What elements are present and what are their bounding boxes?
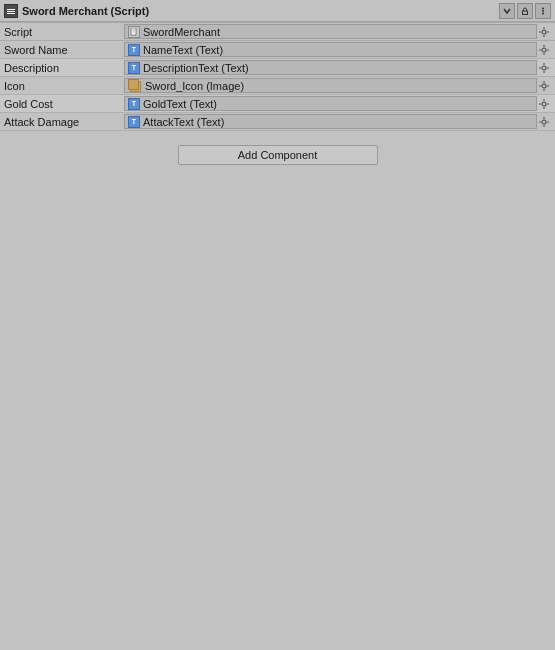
field-value-box-description[interactable]: T DescriptionText (Text)	[124, 60, 537, 75]
field-settings-icon-3[interactable]	[537, 97, 551, 111]
field-settings-icon-4[interactable]	[537, 115, 551, 129]
field-value-attack-damage: AttackText (Text)	[143, 116, 533, 128]
add-component-area: Add Component	[0, 135, 555, 175]
script-value-text: SwordMerchant	[143, 26, 533, 38]
svg-point-35	[542, 120, 546, 124]
svg-point-4	[542, 7, 544, 9]
header-title: Sword Merchant (Script)	[22, 5, 499, 17]
field-row-icon: Icon Sword_Icon (Image)	[0, 77, 555, 95]
menu-button[interactable]	[535, 3, 551, 19]
text-component-icon-1: T	[128, 62, 140, 74]
svg-point-5	[542, 10, 544, 12]
image-component-icon	[128, 79, 142, 93]
add-component-button[interactable]: Add Component	[178, 145, 378, 165]
svg-point-25	[542, 84, 546, 88]
svg-rect-1	[7, 11, 15, 12]
svg-point-15	[542, 48, 546, 52]
field-value-box-icon[interactable]: Sword_Icon (Image)	[124, 78, 537, 93]
field-row-sword-name-right: T NameText (Text)	[124, 42, 551, 57]
script-label: Script	[4, 26, 124, 38]
text-component-icon: T	[128, 44, 140, 56]
field-value-gold-cost: GoldText (Text)	[143, 98, 533, 110]
svg-point-20	[542, 66, 546, 70]
field-value-box-sword-name[interactable]: T NameText (Text)	[124, 42, 537, 57]
svg-rect-0	[7, 9, 15, 10]
field-value-sword-name: NameText (Text)	[143, 44, 533, 56]
field-row-attack-damage-right: T AttackText (Text)	[124, 114, 551, 129]
field-label-sword-name: Sword Name	[4, 44, 124, 56]
field-settings-icon-1[interactable]	[537, 61, 551, 75]
field-row-gold-cost: Gold Cost T GoldText (Text)	[0, 95, 555, 113]
field-label-attack-damage: Attack Damage	[4, 116, 124, 128]
text-component-icon-3: T	[128, 98, 140, 110]
field-row-icon-right: Sword_Icon (Image)	[124, 78, 551, 93]
field-value-box-gold-cost[interactable]: T GoldText (Text)	[124, 96, 537, 111]
field-settings-icon-2[interactable]	[537, 79, 551, 93]
svg-rect-2	[7, 13, 15, 14]
field-row-sword-name: Sword Name T NameText (Text)	[0, 41, 555, 59]
field-row-description: Description T DescriptionText (Text)	[0, 59, 555, 77]
field-value-description: DescriptionText (Text)	[143, 62, 533, 74]
svg-rect-7	[131, 28, 136, 35]
component-header: Sword Merchant (Script)	[0, 0, 555, 22]
svg-point-10	[542, 30, 546, 34]
text-component-icon-4: T	[128, 116, 140, 128]
field-row-gold-cost-right: T GoldText (Text)	[124, 96, 551, 111]
field-row-attack-damage: Attack Damage T AttackText (Text)	[0, 113, 555, 131]
script-value-box[interactable]: SwordMerchant	[124, 24, 537, 39]
field-value-box-attack-damage[interactable]: T AttackText (Text)	[124, 114, 537, 129]
svg-rect-3	[523, 11, 528, 15]
component-icon	[4, 4, 18, 18]
script-file-icon	[128, 26, 140, 38]
svg-point-6	[542, 12, 544, 14]
component-block: Script SwordMerchant	[0, 22, 555, 131]
field-value-icon: Sword_Icon (Image)	[145, 80, 533, 92]
script-settings-icon[interactable]	[537, 25, 551, 39]
field-label-description: Description	[4, 62, 124, 74]
script-row-right: SwordMerchant	[124, 24, 551, 39]
script-row: Script SwordMerchant	[0, 23, 555, 41]
field-label-icon: Icon	[4, 80, 124, 92]
collapse-button[interactable]	[499, 3, 515, 19]
header-actions	[499, 3, 551, 19]
field-row-description-right: T DescriptionText (Text)	[124, 60, 551, 75]
field-label-gold-cost: Gold Cost	[4, 98, 124, 110]
field-settings-icon-0[interactable]	[537, 43, 551, 57]
lock-button[interactable]	[517, 3, 533, 19]
svg-point-30	[542, 102, 546, 106]
